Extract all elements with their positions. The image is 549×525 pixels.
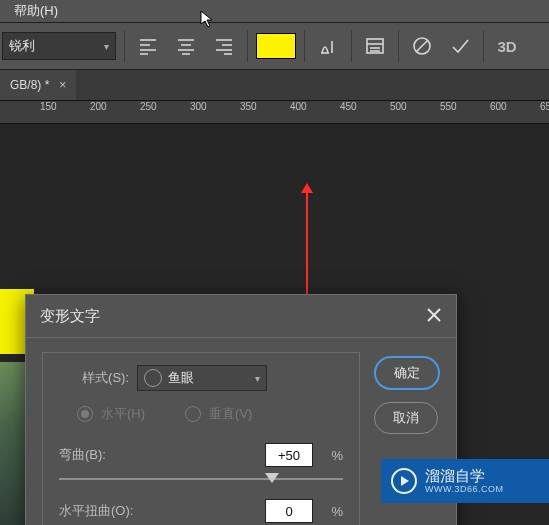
commit-edit-button[interactable] [445, 31, 475, 61]
close-tab-icon[interactable]: × [59, 78, 66, 92]
radio-icon [77, 406, 93, 422]
document-tabbar: GB/8) * × [0, 70, 549, 101]
dialog-titlebar: 变形文字 [26, 295, 456, 338]
separator [124, 30, 125, 62]
separator [398, 30, 399, 62]
style-combo[interactable]: 鱼眼 ▾ [137, 365, 267, 391]
separator [483, 30, 484, 62]
bend-slider[interactable] [59, 471, 343, 487]
radio-icon [185, 406, 201, 422]
align-left-button[interactable] [133, 31, 163, 61]
align-right-button[interactable] [209, 31, 239, 61]
dialog-close-button[interactable] [426, 307, 442, 326]
dialog-title: 变形文字 [40, 307, 100, 326]
hdist-label: 水平扭曲(O): [59, 502, 159, 520]
document-tab-label: GB/8) * [10, 78, 49, 92]
fisheye-icon [144, 369, 162, 387]
warp-text-button[interactable] [313, 31, 343, 61]
warp-options-fieldset: 样式(S): 鱼眼 ▾ 水平(H) 垂直(V) 弯曲(B): +50 % [42, 352, 360, 525]
3d-button[interactable]: 3D [492, 31, 522, 61]
separator [304, 30, 305, 62]
svg-line-19 [416, 40, 428, 52]
cancel-edit-button[interactable] [407, 31, 437, 61]
mouse-cursor-icon [200, 10, 216, 28]
radio-horizontal: 水平(H) [77, 405, 145, 423]
menu-help[interactable]: 帮助(H) [4, 0, 68, 22]
ruler-tick: 150 [40, 101, 57, 112]
watermark-brand: 溜溜自学 [425, 468, 504, 484]
bend-input[interactable]: +50 [265, 443, 313, 467]
radio-vertical: 垂直(V) [185, 405, 252, 423]
canvas-area: 变形文字 样式(S): 鱼眼 ▾ 水平(H) 垂直(V) [0, 124, 549, 525]
antialias-select[interactable]: 锐利▾ [2, 32, 116, 60]
watermark-url: WWW.3D66.COM [425, 484, 504, 494]
hdist-input[interactable]: 0 [265, 499, 313, 523]
align-center-button[interactable] [171, 31, 201, 61]
menubar: 帮助(H) [0, 0, 549, 23]
text-color-swatch[interactable] [256, 33, 296, 59]
separator [351, 30, 352, 62]
horizontal-ruler: 150 200 250 300 350 400 450 500 550 600 … [0, 101, 549, 124]
annotation-arrow [306, 186, 308, 301]
ok-button[interactable]: 确定 [374, 356, 440, 390]
style-label: 样式(S): [59, 369, 129, 387]
watermark: 溜溜自学 WWW.3D66.COM [381, 459, 549, 503]
options-toolbar: 锐利▾ 3D [0, 23, 549, 70]
play-icon [391, 468, 417, 494]
bend-label: 弯曲(B): [59, 446, 159, 464]
separator [247, 30, 248, 62]
document-tab[interactable]: GB/8) * × [0, 70, 76, 100]
cancel-button[interactable]: 取消 [374, 402, 438, 434]
panel-toggle-button[interactable] [360, 31, 390, 61]
